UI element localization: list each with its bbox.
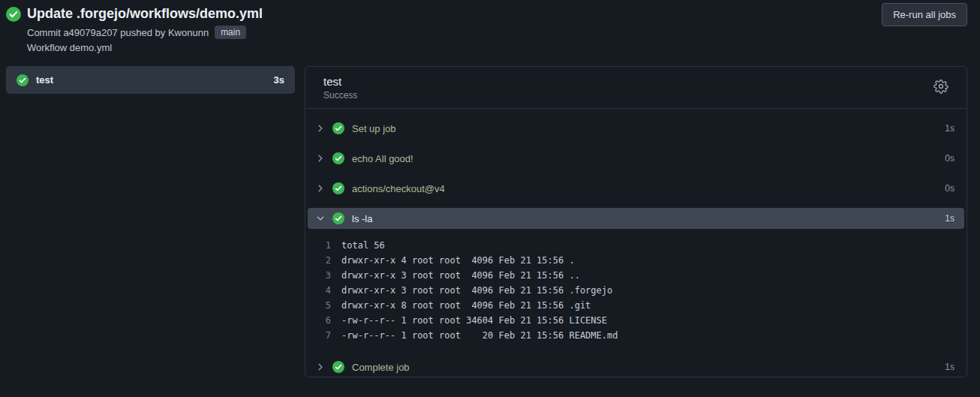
chevron-right-icon (316, 362, 325, 371)
log-line-number[interactable]: 1 (305, 240, 341, 251)
chevron-right-icon (316, 124, 325, 133)
log-line[interactable]: 3 drwxr-xr-x 3 root root 4096 Feb 21 15:… (305, 268, 966, 283)
log-line-number[interactable]: 6 (305, 315, 341, 326)
step-success-icon (332, 361, 344, 373)
job-success-icon (17, 74, 29, 86)
log-line-text: -rw-r--r-- 1 root root 34604 Feb 21 15:5… (341, 315, 607, 326)
job-list: test 3s (6, 66, 295, 94)
panel-header: test Success (305, 67, 966, 109)
log-line[interactable]: 7 -rw-r--r-- 1 root root 20 Feb 21 15:56… (305, 328, 966, 343)
step-name: Set up job (352, 123, 396, 134)
chevron-right-icon (316, 154, 325, 163)
rerun-all-jobs-button[interactable]: Re-run all jobs (882, 3, 967, 26)
step-name: echo All good! (352, 153, 413, 164)
step-name: Complete job (352, 362, 410, 373)
step-duration: 1s (945, 213, 954, 224)
steps-list: Set up job 1s echo All good! 0s actions/… (305, 109, 966, 382)
step-name: ls -la (352, 213, 372, 224)
panel-job-status: Success (323, 90, 948, 101)
log-line[interactable]: 2 drwxr-xr-x 4 root root 4096 Feb 21 15:… (305, 253, 966, 268)
log-line-number[interactable]: 3 (305, 270, 341, 281)
step-duration: 0s (945, 183, 954, 194)
gear-icon[interactable] (933, 79, 948, 94)
job-name: test (36, 74, 53, 86)
log-line-text: drwxr-xr-x 3 root root 4096 Feb 21 15:56… (341, 270, 580, 281)
step-success-icon (332, 212, 344, 224)
log-line[interactable]: 1 total 56 (305, 238, 966, 253)
workflow-line[interactable]: Workflow demo.yml (27, 42, 112, 53)
step-row-setup-job[interactable]: Set up job 1s (305, 113, 966, 143)
log-line[interactable]: 6 -rw-r--r-- 1 root root 34604 Feb 21 15… (305, 313, 966, 328)
log-line-number[interactable]: 7 (305, 330, 341, 341)
log-line-number[interactable]: 2 (305, 255, 341, 266)
log-line-number[interactable]: 4 (305, 285, 341, 296)
step-row-ls-la-expanded[interactable]: ls -la 1s (308, 208, 964, 229)
step-name: actions/checkout@v4 (352, 183, 445, 194)
step-success-icon (332, 182, 344, 194)
log-line-text: drwxr-xr-x 3 root root 4096 Feb 21 15:56… (341, 285, 612, 296)
step-success-icon (332, 122, 344, 134)
run-title: Update .forgejo/workflows/demo.yml (27, 6, 263, 22)
step-log-output: 1 total 56 2 drwxr-xr-x 4 root root 4096… (305, 233, 966, 349)
step-duration: 1s (945, 362, 954, 372)
log-line-text: drwxr-xr-x 8 root root 4096 Feb 21 15:56… (341, 300, 591, 311)
panel-job-title: test (323, 75, 948, 88)
step-duration: 1s (945, 123, 954, 134)
job-list-item-test[interactable]: test 3s (6, 66, 295, 94)
job-duration: 3s (274, 74, 284, 86)
log-line-text: -rw-r--r-- 1 root root 20 Feb 21 15:56 R… (341, 330, 618, 341)
log-line-text: total 56 (341, 240, 385, 251)
step-row-checkout[interactable]: actions/checkout@v4 0s (305, 173, 966, 203)
job-detail-panel: test Success Set up job 1s echo All good… (305, 66, 967, 377)
log-line-text: drwxr-xr-x 4 root root 4096 Feb 21 15:56… (341, 255, 575, 266)
step-duration: 0s (945, 153, 954, 164)
commit-line[interactable]: Commit a49079a207 pushed by Kwonunn (27, 27, 209, 38)
step-success-icon (332, 152, 344, 164)
log-line[interactable]: 4 drwxr-xr-x 3 root root 4096 Feb 21 15:… (305, 283, 966, 298)
chevron-right-icon (316, 184, 325, 193)
step-row-complete-job[interactable]: Complete job 1s (305, 352, 966, 382)
step-row-echo[interactable]: echo All good! 0s (305, 143, 966, 173)
chevron-down-icon (316, 214, 325, 223)
run-success-icon (6, 7, 21, 22)
run-header: Update .forgejo/workflows/demo.yml Commi… (6, 6, 747, 53)
branch-badge[interactable]: main (215, 26, 246, 39)
log-line-number[interactable]: 5 (305, 300, 341, 311)
log-line[interactable]: 5 drwxr-xr-x 8 root root 4096 Feb 21 15:… (305, 298, 966, 313)
